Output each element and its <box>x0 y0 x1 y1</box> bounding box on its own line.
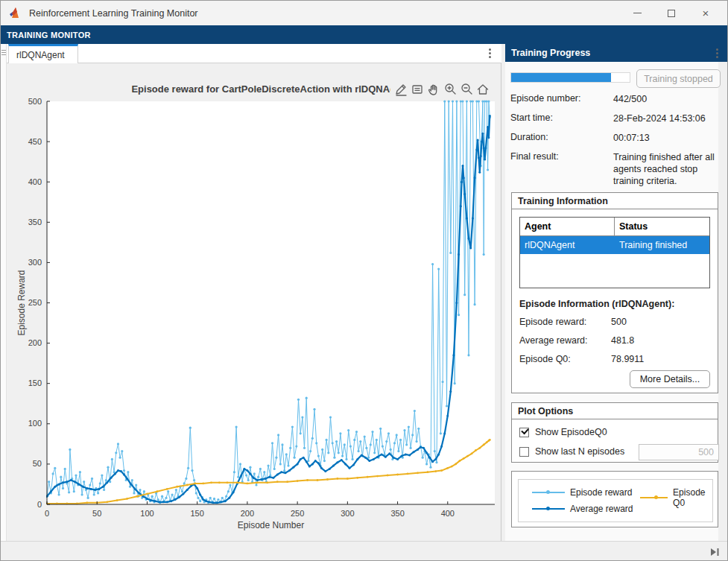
average-reward-row: Average reward: 481.8 <box>519 335 588 346</box>
left-gutter <box>1 44 7 541</box>
episode-information-header: Episode Information (rlDQNAgent): <box>519 299 674 309</box>
svg-text:Episode Reward: Episode Reward <box>16 270 27 335</box>
show-episodeq0-row: Show EpisodeQ0 <box>519 427 607 437</box>
svg-text:100: 100 <box>28 419 42 428</box>
training-chart[interactable]: 0501001502002503003504004505000501001502… <box>16 98 500 539</box>
episode-reward-label: Episode reward: <box>519 317 586 327</box>
status-cell: Training finished <box>615 236 709 254</box>
zoom-in-icon[interactable] <box>443 82 458 97</box>
training-progress-header: Training Progress <box>505 44 728 62</box>
tabstrip-menu-icon[interactable] <box>489 48 491 58</box>
episode-reward-row: Episode reward: 500 <box>519 317 586 327</box>
episode-reward-value: 500 <box>611 317 627 327</box>
training-progressbar <box>510 72 630 83</box>
edit-plot-icon[interactable] <box>393 82 408 97</box>
legend-item-average-reward[interactable]: Average reward <box>532 504 633 514</box>
final-result-value: Training finished after all agents reach… <box>613 151 719 187</box>
pan-icon[interactable] <box>426 82 441 97</box>
svg-text:250: 250 <box>291 509 304 518</box>
svg-text:Episode Number: Episode Number <box>238 520 304 530</box>
tab-rldqnagent[interactable]: rlDQNAgent <box>8 44 78 63</box>
panel-menu-icon[interactable] <box>716 48 718 58</box>
collapse-panel-button[interactable] <box>708 546 721 558</box>
duration-value: 00:07:13 <box>613 132 719 144</box>
show-last-n-checkbox[interactable] <box>519 447 529 457</box>
svg-text:500: 500 <box>28 98 42 106</box>
episode-q0-line-sample <box>640 497 668 498</box>
svg-text:400: 400 <box>441 509 455 518</box>
legend-item-episode-reward[interactable]: Episode reward <box>532 487 632 498</box>
show-last-n-row: Show last N episodes <box>519 446 624 457</box>
window-controls: × <box>620 1 723 25</box>
svg-text:0: 0 <box>37 500 42 509</box>
svg-text:100: 100 <box>140 509 153 518</box>
episode-number-row: Episode number: 442/500 <box>510 93 581 104</box>
start-time-row: Start time: 28-Feb-2024 14:53:06 <box>510 112 553 123</box>
collapse-right-icon <box>709 548 720 557</box>
average-reward-value: 481.8 <box>611 335 634 346</box>
svg-text:450: 450 <box>28 137 42 146</box>
episode-q0-value: 78.9911 <box>611 354 644 364</box>
start-time-label: Start time: <box>510 112 553 123</box>
status-bar <box>1 541 728 561</box>
svg-text:150: 150 <box>190 509 203 518</box>
more-details-button[interactable]: More Details... <box>630 370 710 388</box>
training-information-header: Training Information <box>512 193 718 209</box>
training-information-panel: Training Information Agent Status rlDQNA… <box>511 192 718 393</box>
plot-options-header: Plot Options <box>512 403 718 419</box>
legend-item-episode-q0[interactable]: Episode Q0 <box>640 487 712 508</box>
duration-row: Duration: 00:07:13 <box>510 132 548 142</box>
table-row[interactable]: rlDQNAgent Training finished <box>520 236 709 254</box>
app-window: Reinforcement Learning Training Monitor … <box>0 0 728 561</box>
window-title: Reinforcement Learning Training Monitor <box>29 8 198 19</box>
right-margin <box>718 62 728 541</box>
training-progress-panel: Training Progress Training stopped Episo… <box>505 44 728 541</box>
chart-legend: Episode reward Average reward Episode Q0 <box>518 479 713 522</box>
legend-label: Episode reward <box>570 487 632 498</box>
average-reward-label: Average reward: <box>519 335 588 346</box>
final-result-label: Final result: <box>510 151 559 162</box>
close-icon: × <box>703 7 709 19</box>
plot-options-panel: Plot Options Show EpisodeQ0 Show last N … <box>511 402 718 463</box>
title-bar: Reinforcement Learning Training Monitor … <box>1 1 728 25</box>
episode-number-value: 442/500 <box>613 93 719 105</box>
svg-text:250: 250 <box>28 298 42 307</box>
agent-column-header: Agent <box>520 218 615 235</box>
document-tabstrip: rlDQNAgent <box>7 44 501 63</box>
legend-label: Episode Q0 <box>673 487 712 508</box>
table-header-row: Agent Status <box>520 218 709 236</box>
final-result-row: Final result: Training finished after al… <box>510 151 559 162</box>
grip-icon[interactable] <box>1 50 6 55</box>
progressbar-fill <box>511 73 611 82</box>
svg-text:0: 0 <box>45 509 49 518</box>
tab-label: rlDQNAgent <box>16 50 65 60</box>
svg-text:200: 200 <box>28 338 42 347</box>
episode-reward-line-sample <box>532 492 565 493</box>
status-column-header: Status <box>615 218 709 235</box>
training-stopped-button[interactable]: Training stopped <box>636 69 721 88</box>
agent-cell: rlDQNAgent <box>520 236 615 254</box>
episode-q0-row: Episode Q0: 78.9911 <box>519 354 571 364</box>
svg-text:150: 150 <box>28 378 42 387</box>
svg-text:350: 350 <box>28 218 42 226</box>
svg-text:50: 50 <box>33 459 42 468</box>
restore-view-icon[interactable] <box>475 82 490 97</box>
svg-text:400: 400 <box>28 177 42 186</box>
average-reward-line-sample <box>532 508 565 510</box>
close-button[interactable]: × <box>689 1 723 25</box>
svg-text:200: 200 <box>241 509 254 518</box>
agent-status-table: Agent Status rlDQNAgent Training finishe… <box>519 217 710 288</box>
last-n-episodes-input[interactable] <box>639 444 719 460</box>
matlab-logo-icon <box>8 7 23 20</box>
svg-text:300: 300 <box>341 509 354 518</box>
zoom-out-icon[interactable] <box>459 82 474 97</box>
show-episodeq0-checkbox[interactable] <box>519 428 529 437</box>
ribbon-tab-training-monitor[interactable]: TRAINING MONITOR <box>7 31 91 39</box>
figure-area: Episode reward for CartPoleDiscreteActio… <box>7 63 501 541</box>
maximize-button[interactable] <box>654 1 689 25</box>
svg-text:300: 300 <box>28 258 42 267</box>
minimize-button[interactable] <box>620 1 654 25</box>
duration-label: Duration: <box>510 132 548 142</box>
minimize-icon <box>633 13 642 13</box>
datatips-icon[interactable] <box>410 82 425 97</box>
